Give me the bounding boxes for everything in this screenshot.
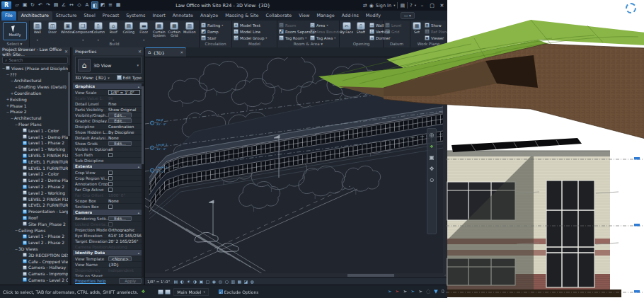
prop-camera[interactable]: Camera xyxy=(73,210,142,216)
prop-detail-level[interactable]: Detail Level Fine xyxy=(73,101,142,107)
tab-systems[interactable]: Systems xyxy=(122,11,149,21)
communicate-icon[interactable]: ◍ xyxy=(249,278,255,285)
tab-architecture[interactable]: Architecture xyxy=(18,11,52,21)
view-level-1-phase-2[interactable]: Level 1 - Phase 2 xyxy=(0,140,68,147)
view-camera-hallway[interactable]: Camera - Hallway xyxy=(0,265,68,271)
default-3d-view-icon[interactable]: ◧ xyxy=(91,1,98,9)
view-floor-plans[interactable]: − Floor Plans xyxy=(0,121,68,127)
crop-view-icon[interactable]: ▣ xyxy=(198,278,205,285)
redo-icon[interactable]: ↷ xyxy=(45,1,52,9)
exclude-options-toggle[interactable]: ✓ Exclude Options xyxy=(219,290,259,294)
prop-crop-region-vi[interactable]: Crop Region Vi... xyxy=(73,176,142,181)
circ-stair[interactable]: ▤ Stair xyxy=(201,35,230,41)
view-[interactable]: − ??? xyxy=(0,71,68,78)
prop-sun-path[interactable]: Sun Path xyxy=(73,152,142,158)
prop-visible-in-option[interactable]: Visible In Option all xyxy=(73,147,142,152)
prop-far-clip-offset[interactable]: Far Clip Offset 1000' 0" xyxy=(73,193,142,198)
drag-on-selection-icon[interactable]: ➢ xyxy=(418,288,422,295)
exchange-icon[interactable]: ⇄ xyxy=(363,3,367,8)
prop-scope-box[interactable]: Scope Box None xyxy=(73,198,142,204)
build-component[interactable]: ❏ Component xyxy=(76,21,91,41)
open-icon[interactable]: ▱ xyxy=(13,1,21,9)
build-door[interactable]: ◫ Door xyxy=(45,21,61,41)
sign-in-arrow-icon[interactable]: ▾ xyxy=(393,4,395,7)
shadows-icon[interactable]: ◑ xyxy=(192,278,198,285)
view-site-plan-phase-2[interactable]: Site Plan_Phase 2 xyxy=(0,221,68,227)
edit-type-button[interactable]: Edit Type xyxy=(117,75,142,80)
view-level-1-phase-2[interactable]: Level 1 - Phase 2 xyxy=(0,234,68,240)
help-arrow-icon[interactable]: ▾ xyxy=(415,4,416,7)
view-coordination[interactable]: + Coordination xyxy=(0,90,68,96)
measure-icon[interactable]: ∠ xyxy=(60,1,67,9)
select-underlay-icon[interactable]: ➣ xyxy=(396,288,400,295)
prop-show-grids[interactable]: Show Grids Edit... xyxy=(73,141,142,147)
view-ceiling-plans[interactable]: − Ceiling Plans xyxy=(0,227,68,234)
view-level-2-finish-flo[interactable]: LEVEL 2 FINISH FLO xyxy=(0,196,68,202)
view-level-2-working[interactable]: Level 2 - Working xyxy=(0,190,68,196)
type-selector[interactable]: ⌂ 3D View ▾ xyxy=(75,57,142,74)
model-model-line[interactable]: ∿ Model Line xyxy=(234,28,275,35)
circ-railing[interactable]: ≡ Railing xyxy=(201,22,230,28)
model-model-group[interactable]: ❏ Model Group xyxy=(234,35,275,41)
save-icon[interactable]: ▣ xyxy=(21,1,28,9)
displace-elements-icon[interactable]: ◪ xyxy=(243,278,249,285)
prop-scale-value-1[interactable]: Scale Value 1: 96 xyxy=(73,96,142,101)
tab-structure[interactable]: Structure xyxy=(52,11,81,21)
room-tag-room[interactable]: ▷ Tag Room xyxy=(279,35,307,41)
properties-help-link[interactable]: Properties help xyxy=(75,279,106,283)
switch-windows-icon[interactable]: ▦ xyxy=(115,1,122,9)
view-phase-1[interactable]: + Phase 1 xyxy=(0,103,68,109)
chevron-down-icon[interactable]: ▾ xyxy=(137,63,139,67)
temporary-hide-icon[interactable]: ◎ xyxy=(217,278,224,285)
view-views-phase-and-discipline[interactable]: − Views (Phase and Discipline) xyxy=(0,65,68,71)
search-input[interactable]: ⌕ Search xyxy=(2,57,68,64)
revit-menu-button[interactable]: R xyxy=(1,1,11,9)
worksharing-display-icon[interactable]: ▥ xyxy=(230,278,236,285)
view-level-1-furniture[interactable]: LEVEL 1 FURNITURE xyxy=(0,165,68,171)
view-roof[interactable]: Roof xyxy=(0,214,68,221)
maximize-button[interactable]: ▢ xyxy=(428,3,436,8)
minimize-button[interactable]: – xyxy=(418,3,426,8)
view-drafting-views-detail[interactable]: + Drafting Views (Detail) xyxy=(0,84,68,90)
view-level-2-demo-plan[interactable]: Level 2 - Demo Plan xyxy=(0,177,68,183)
prop-show-hidden-l[interactable]: Show Hidden L... By Discipline xyxy=(73,130,142,135)
zoom-icon[interactable]: ⊙ xyxy=(430,177,435,183)
view-level-1-working[interactable]: Level 1 - Working xyxy=(0,146,68,152)
modify-button[interactable]: Modify xyxy=(3,22,27,40)
room-room[interactable]: ▢ Room xyxy=(279,22,307,28)
prop-discipline[interactable]: Discipline Coordination xyxy=(73,124,142,130)
view-3d-reception-desk[interactable]: 3D RECEPTION DESK xyxy=(0,252,68,258)
screen-capture-icon[interactable] xyxy=(626,3,636,13)
view-existing[interactable]: + Existing xyxy=(0,96,68,103)
close-icon[interactable]: ✕ xyxy=(64,49,68,54)
build-column[interactable]: ▯ Column xyxy=(91,21,106,41)
sync-icon[interactable]: ↻ xyxy=(29,1,36,9)
view-tab-3d[interactable]: ⌂ {3D} ✕ xyxy=(145,47,186,57)
view-level-2-furniture[interactable]: LEVEL 2 FURNITURE xyxy=(0,202,68,209)
prop-crop-view[interactable]: Crop View xyxy=(73,170,142,176)
tab-insert[interactable]: Insert xyxy=(149,11,168,21)
browser-scrollbar[interactable] xyxy=(68,65,70,285)
view-architectural[interactable]: − Architectural xyxy=(0,115,68,121)
select-by-face-icon[interactable]: ➣ xyxy=(410,288,415,295)
view-level-1-furniture[interactable]: LEVEL 1 FURNITURE xyxy=(0,159,68,165)
tab-view[interactable]: View xyxy=(295,11,313,21)
crop-region-icon[interactable]: ▢ xyxy=(205,278,211,285)
chevron-down-icon[interactable]: ▾ xyxy=(108,76,110,80)
build-wall[interactable]: ▥ Wall xyxy=(30,21,45,41)
close-icon[interactable]: ✕ xyxy=(138,49,142,54)
view-level-2-phase-2[interactable]: Level 2 - Phase 2 xyxy=(0,183,68,190)
view-level-2-color[interactable]: Level 2 - Color xyxy=(0,171,68,178)
help-icon[interactable]: ? xyxy=(410,3,413,8)
tab-annotate[interactable]: Annotate xyxy=(169,11,197,21)
panel-label-select[interactable]: Select ▾ xyxy=(0,41,29,47)
tab-precast[interactable]: Precast xyxy=(99,11,122,21)
undo-icon[interactable]: ↶ xyxy=(37,1,44,9)
view-level-2-phase-2[interactable]: Level 2 - Phase 2 xyxy=(0,239,68,246)
build-ceiling[interactable]: ▤ Ceiling xyxy=(121,21,137,41)
prop-view-scale[interactable]: View Scale 1/8" = 1'-0" xyxy=(73,90,142,96)
user-icon[interactable]: ◉ xyxy=(369,3,374,8)
aligned-dimension-icon[interactable]: ↔ xyxy=(68,1,75,9)
view-level-1-demo-plan[interactable]: Level 1 - Demo Plan xyxy=(0,134,68,140)
prop-target-elevation[interactable]: Target Elevation 20' 2 165/256" xyxy=(73,239,142,244)
